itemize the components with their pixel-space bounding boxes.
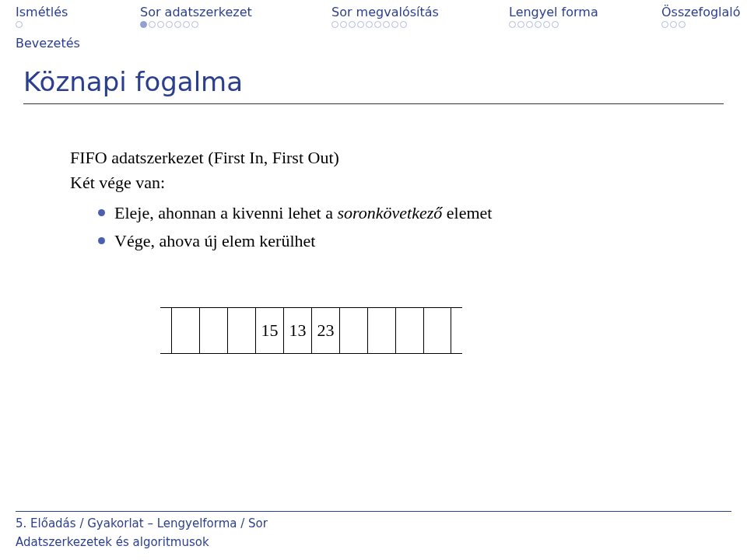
progress-dot[interactable] (535, 21, 542, 28)
subsection-label: Bevezetés (0, 28, 747, 57)
progress-dot[interactable] (340, 21, 347, 28)
queue-cell: 13 (283, 307, 311, 354)
progress-dot[interactable] (149, 21, 156, 28)
progress-group (16, 21, 140, 28)
progress-dot[interactable] (166, 21, 173, 28)
queue-cell: 15 (255, 307, 283, 354)
footer-line-course: Adatszerkezetek és algoritmusok (16, 535, 731, 549)
bullet-item: Eleje, ahonnan a kivenni lehet a soronkö… (98, 201, 677, 225)
slide-footer: 5. Előadás / Gyakorlat – Lengyelforma / … (0, 503, 747, 560)
bullet-text: Vége, ahova új elem kerülhet (114, 229, 315, 253)
queue-cells: 151323 (171, 307, 451, 354)
progress-dot[interactable] (374, 21, 381, 28)
progress-group (661, 21, 686, 28)
title-separator (23, 103, 724, 104)
progress-group (509, 21, 661, 28)
progress-dot[interactable] (366, 21, 373, 28)
progress-dot[interactable] (383, 21, 390, 28)
progress-dot[interactable] (509, 21, 516, 28)
progress-dot[interactable] (191, 21, 198, 28)
progress-group (331, 21, 509, 28)
progress-dot[interactable] (543, 21, 550, 28)
body-line-fifo: FIFO adatszerkezet (First In, First Out) (70, 146, 677, 170)
slide-title: Köznapi fogalma (23, 66, 724, 97)
progress-dot[interactable] (661, 21, 668, 28)
queue-cell (339, 307, 367, 354)
progress-dot[interactable] (183, 21, 190, 28)
bullet-icon (98, 209, 105, 216)
nav-sections: Ismétlés Sor adatszerkezet Sor megvalósí… (0, 0, 747, 21)
queue-diagram: 151323 (171, 307, 451, 354)
queue-cell (171, 307, 199, 354)
queue-cell (395, 307, 423, 354)
queue-cell (227, 307, 255, 354)
nav-item-osszefoglalo[interactable]: Összefoglaló (661, 5, 741, 19)
bullet-icon (98, 237, 105, 244)
queue-top-line (160, 307, 462, 308)
bullet-item: Vége, ahova új elem kerülhet (98, 229, 677, 253)
bullet-list: Eleje, ahonnan a kivenni lehet a soronkö… (70, 201, 677, 252)
nav-item-sor-megvalositas[interactable]: Sor megvalósítás (331, 5, 509, 19)
progress-dot[interactable] (679, 21, 686, 28)
progress-dot[interactable] (391, 21, 398, 28)
bullet-text: Eleje, ahonnan a kivenni lehet a soronkö… (114, 201, 492, 225)
progress-dot[interactable] (157, 21, 164, 28)
progress-dot[interactable] (331, 21, 338, 28)
progress-dot[interactable] (174, 21, 181, 28)
nav-item-sor-adatszerkezet[interactable]: Sor adatszerkezet (140, 5, 331, 19)
progress-dot[interactable] (357, 21, 364, 28)
progress-dot[interactable] (349, 21, 356, 28)
progress-dot[interactable] (526, 21, 533, 28)
progress-dot[interactable] (140, 21, 147, 28)
queue-cell: 23 (311, 307, 339, 354)
footer-separator (16, 511, 731, 512)
nav-progress (0, 21, 747, 28)
progress-dot[interactable] (16, 21, 23, 28)
progress-dot[interactable] (552, 21, 559, 28)
queue-bottom-line (160, 353, 462, 354)
progress-dot[interactable] (670, 21, 677, 28)
progress-dot[interactable] (400, 21, 407, 28)
title-block: Köznapi fogalma (0, 57, 747, 112)
queue-cell (199, 307, 227, 354)
queue-cell (423, 307, 451, 354)
footer-line-lecture: 5. Előadás / Gyakorlat – Lengyelforma / … (16, 516, 731, 530)
queue-cell (367, 307, 395, 354)
body-line-ketvege: Két vége van: (70, 171, 677, 194)
nav-item-ismetles[interactable]: Ismétlés (16, 5, 140, 19)
slide-body: FIFO adatszerkezet (First In, First Out)… (0, 112, 747, 354)
progress-group (140, 21, 331, 28)
progress-dot[interactable] (517, 21, 524, 28)
nav-item-lengyel-forma[interactable]: Lengyel forma (509, 5, 661, 19)
